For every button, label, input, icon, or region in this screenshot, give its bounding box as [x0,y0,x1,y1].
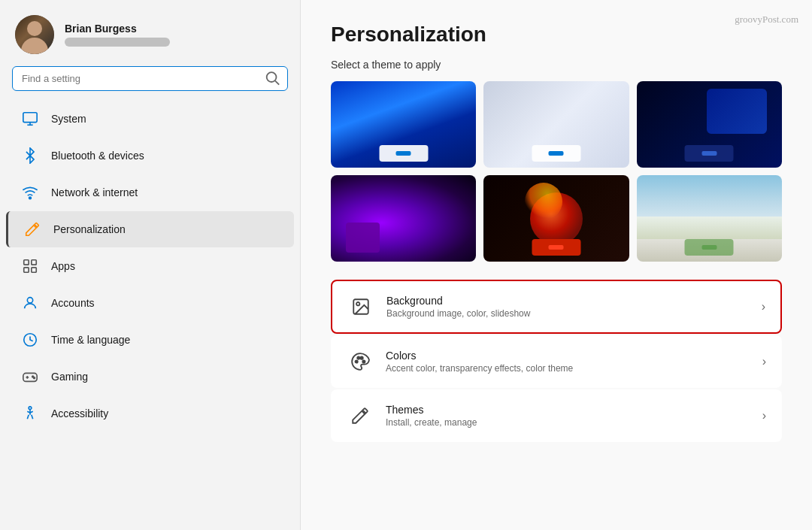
background-title: Background [386,295,750,307]
settings-list: Background Background image, color, slid… [331,280,782,442]
sidebar-item-gaming[interactable]: Gaming [6,359,294,395]
search-input[interactable] [12,66,288,91]
settings-item-background[interactable]: Background Background image, color, slid… [331,280,782,334]
sidebar-item-network[interactable]: Network & internet [6,174,294,210]
sidebar-item-accounts[interactable]: Accounts [6,285,294,321]
time-icon [21,331,39,349]
accessibility-icon [21,404,39,422]
themes-chevron: › [762,409,766,422]
main-content: groovyPost.com Personalization Select a … [301,0,812,530]
svg-point-22 [357,357,359,359]
svg-point-21 [356,360,358,362]
network-icon [21,183,39,201]
themes-text: Themes Install, create, manage [386,404,750,428]
page-title: Personalization [331,23,782,47]
svg-rect-7 [32,260,36,265]
avatar [15,15,54,54]
sidebar-item-label: Bluetooth & devices [51,150,144,162]
sidebar-item-time[interactable]: Time & language [6,322,294,358]
sidebar-item-label: Gaming [51,371,88,383]
sidebar-item-label: Accessibility [51,407,108,419]
svg-rect-6 [24,260,29,265]
sidebar-item-label: Apps [51,260,75,272]
svg-line-1 [275,80,279,84]
colors-icon [347,348,374,375]
colors-text: Colors Accent color, transparency effect… [386,350,750,374]
gaming-icon [21,368,39,386]
sidebar-item-label: System [51,113,86,125]
themes-desc: Install, create, manage [386,417,750,428]
settings-item-themes[interactable]: Themes Install, create, manage › [331,389,782,442]
svg-rect-8 [24,268,29,272]
system-icon [21,110,39,128]
watermark: groovyPost.com [735,14,798,26]
themes-title: Themes [386,404,750,416]
sidebar-item-personalization[interactable]: Personalization [6,211,294,247]
sidebar-item-accessibility[interactable]: Accessibility [6,395,294,432]
colors-desc: Accent color, transparency effects, colo… [386,363,750,374]
theme-card-6[interactable] [637,175,782,262]
background-chevron: › [762,300,765,313]
svg-point-23 [361,357,363,359]
user-profile: Brian Burgess [0,0,300,66]
nav-items: System Bluetooth & devices Network & [0,97,300,530]
theme-card-1[interactable] [331,81,476,168]
avatar-image [15,15,54,54]
theme-section-label: Select a theme to apply [331,59,782,71]
sidebar-item-label: Personalization [53,223,126,235]
user-info: Brian Burgess [65,23,170,47]
theme-card-2[interactable] [483,81,629,168]
personalization-icon [23,220,41,238]
sidebar-item-label: Time & language [51,334,130,346]
search-box[interactable] [12,66,288,91]
svg-point-24 [362,360,365,362]
themes-grid [331,81,782,262]
svg-point-20 [356,302,359,305]
theme-card-4[interactable] [331,175,476,262]
sidebar-item-bluetooth[interactable]: Bluetooth & devices [6,138,294,174]
colors-chevron: › [762,355,766,368]
svg-point-5 [29,197,32,199]
background-desc: Background image, color, slideshow [386,308,750,319]
svg-rect-9 [32,268,36,272]
theme-card-5[interactable] [483,175,629,262]
svg-point-0 [267,72,277,82]
svg-rect-2 [23,113,37,123]
accounts-icon [21,294,39,312]
sidebar-item-apps[interactable]: Apps [6,248,294,284]
sidebar: Brian Burgess System [0,0,301,530]
svg-point-10 [27,298,32,303]
themes-icon [347,402,374,429]
background-icon [347,293,374,320]
theme-card-3[interactable] [637,81,782,168]
sidebar-item-label: Network & internet [51,186,138,198]
apps-icon [21,257,39,275]
svg-point-16 [34,377,35,379]
user-name: Brian Burgess [65,23,170,35]
sidebar-item-label: Accounts [51,297,95,309]
colors-title: Colors [386,350,750,362]
svg-point-17 [29,407,32,410]
user-email [65,38,170,47]
bluetooth-icon [21,147,39,165]
background-text: Background Background image, color, slid… [386,295,750,319]
settings-item-colors[interactable]: Colors Accent color, transparency effect… [331,335,782,388]
search-icon [264,69,280,88]
sidebar-item-system[interactable]: System [6,101,294,137]
